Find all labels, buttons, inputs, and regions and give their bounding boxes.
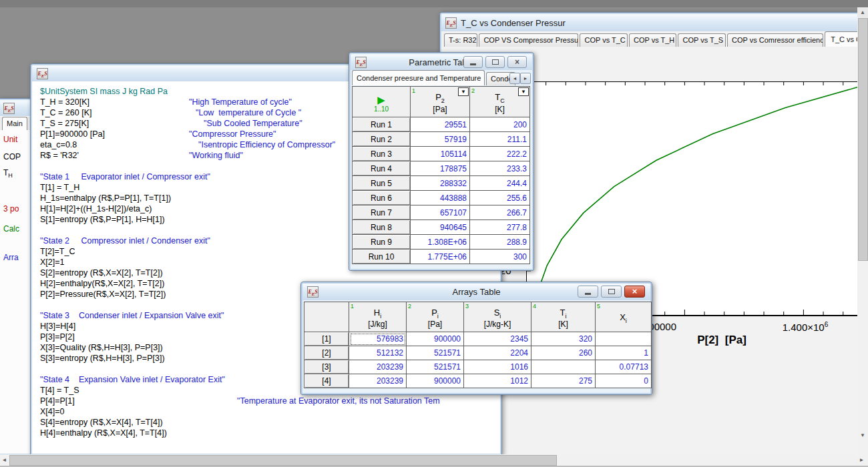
cell-value[interactable]: 277.8 xyxy=(470,220,530,235)
cell-value[interactable] xyxy=(531,360,596,374)
table-row: Run 91.308E+06288.9 xyxy=(353,235,530,250)
cell-value[interactable]: 443888 xyxy=(411,191,470,205)
run-column-header[interactable]: ▶1..10 xyxy=(353,87,411,117)
cell-value[interactable]: 203239 xyxy=(349,374,407,388)
restore-button[interactable] xyxy=(485,56,505,68)
cell-value[interactable]: 1016 xyxy=(464,360,531,374)
table-row: Run 6443888255.6 xyxy=(353,191,530,205)
cell-value[interactable]: 255.6 xyxy=(470,191,530,205)
cell-value[interactable]: 211.1 xyxy=(470,132,530,147)
cell-value[interactable]: 900000 xyxy=(407,332,464,346)
column-header[interactable]: 4Ti[K] xyxy=(531,302,596,332)
plot-tab[interactable]: COP vs Comressor efficiency xyxy=(727,33,823,47)
row-label[interactable]: Run 1 xyxy=(353,117,411,132)
solution-line: 3 po xyxy=(3,204,19,213)
column-header[interactable]: 3Si[J/kg-K] xyxy=(464,302,531,332)
restore-button[interactable] xyxy=(601,286,622,298)
cell-value[interactable]: 200 xyxy=(470,117,530,132)
horizontal-scrollbar[interactable]: ◄ ► xyxy=(0,454,868,466)
plot-titlebar[interactable]: EES T_C vs Condenser Pressur xyxy=(441,14,867,31)
cell-value[interactable]: 260 xyxy=(531,346,596,360)
cell-value[interactable]: 1 xyxy=(596,346,652,360)
tab-scroll-left-icon[interactable]: ◄ xyxy=(509,73,520,84)
plot-tab[interactable]: COP vs T_H xyxy=(629,33,676,47)
cell-value[interactable]: 233.3 xyxy=(470,161,530,176)
tab-parametric-1[interactable]: Condenser preesure and Temperature xyxy=(352,70,485,85)
plot-tab[interactable]: COP VS Compressor Pressur xyxy=(479,33,578,47)
cell-value[interactable]: 1.308E+06 xyxy=(411,235,470,250)
cell-value[interactable] xyxy=(596,332,652,346)
cell-value[interactable]: 2345 xyxy=(464,332,531,346)
cell-value[interactable]: 29551 xyxy=(411,117,470,132)
vertical-scrollbar[interactable]: ▲ ▼ xyxy=(857,7,868,454)
horizontal-scroll-thumb[interactable] xyxy=(9,455,557,466)
cell-value[interactable]: 288.9 xyxy=(470,235,530,250)
column-dropdown-icon[interactable]: ▼ xyxy=(518,87,529,96)
plot-tab[interactable]: COP vs T_C xyxy=(580,33,627,47)
cell-value[interactable]: 900000 xyxy=(407,374,464,388)
row-label[interactable]: [3] xyxy=(304,360,349,374)
cell-value[interactable]: 521571 xyxy=(407,360,464,374)
row-label[interactable]: Run 4 xyxy=(353,161,411,176)
column-header[interactable]: 2Pi[Pa] xyxy=(407,302,464,332)
column-header[interactable]: 1Hi[J/kg] xyxy=(349,302,407,332)
scroll-right-icon[interactable]: ► xyxy=(857,454,867,466)
cell-value[interactable]: 320 xyxy=(531,332,596,346)
close-button[interactable]: × xyxy=(507,56,527,68)
cell-value[interactable]: 178875 xyxy=(411,161,470,176)
cell-value[interactable]: 222.2 xyxy=(470,147,530,161)
table-row: Run 129551200 xyxy=(353,117,530,132)
plot-tab[interactable]: T-s: R32 xyxy=(444,33,477,47)
cell-value[interactable]: 576983 xyxy=(349,332,407,346)
column-dropdown-icon[interactable]: ▼ xyxy=(458,87,469,96)
cell-value[interactable]: 0 xyxy=(596,374,652,388)
cell-value[interactable]: 512132 xyxy=(349,346,407,360)
row-label[interactable]: [1] xyxy=(304,332,349,346)
tab-main[interactable]: Main xyxy=(2,117,27,130)
vertical-scroll-thumb[interactable] xyxy=(858,18,868,261)
row-label[interactable]: Run 3 xyxy=(353,147,411,161)
ees-application: { "icons": {"play":"▶","dropdown":"▼","m… xyxy=(0,0,868,467)
plot-tab[interactable]: COP vs T_S xyxy=(678,33,725,47)
row-label[interactable]: Run 9 xyxy=(353,235,411,250)
cell-value[interactable]: 1012 xyxy=(464,374,531,388)
column-header[interactable]: 1▼P2[Pa] xyxy=(411,87,470,117)
scroll-left-icon[interactable]: ◄ xyxy=(0,454,9,466)
arrays-grid: 1Hi[J/kg]2Pi[Pa]3Si[J/kg-K]4Ti[K]5Xi[1]5… xyxy=(304,302,652,388)
column-header[interactable]: 5Xi xyxy=(596,302,652,332)
row-label[interactable]: Run 8 xyxy=(353,220,411,235)
scroll-up-icon[interactable]: ▲ xyxy=(857,7,868,17)
row-label[interactable]: Run 10 xyxy=(353,250,411,264)
row-label[interactable]: Run 6 xyxy=(353,191,411,205)
row-label[interactable]: [2] xyxy=(304,346,349,360)
arrays-titlebar[interactable]: EES Arrays Table × xyxy=(302,284,650,300)
scroll-down-icon[interactable]: ▼ xyxy=(857,430,868,440)
cell-value[interactable]: 105114 xyxy=(411,147,470,161)
parametric-titlebar[interactable]: EES Parametric Table × xyxy=(351,54,532,70)
minimize-button[interactable] xyxy=(463,56,483,68)
solution-content[interactable]: UnitCOPTH3 poCalcArra xyxy=(0,130,30,454)
minimize-button[interactable] xyxy=(578,286,598,298)
cell-value[interactable]: 275 xyxy=(531,374,596,388)
cell-value[interactable]: 203239 xyxy=(349,360,407,374)
cell-value[interactable]: 288332 xyxy=(411,176,470,191)
cell-value[interactable]: 266.7 xyxy=(470,205,530,220)
cell-value[interactable]: 940645 xyxy=(411,220,470,235)
close-button[interactable]: × xyxy=(624,286,645,298)
run-play-icon[interactable]: ▶ xyxy=(355,95,407,105)
row-label[interactable]: Run 7 xyxy=(353,205,411,220)
cell-value[interactable]: 2204 xyxy=(464,346,531,360)
row-label[interactable]: Run 5 xyxy=(353,176,411,191)
cell-value[interactable]: 657107 xyxy=(411,205,470,220)
cell-value[interactable]: 0.07713 xyxy=(596,360,652,374)
cell-value[interactable]: 57919 xyxy=(411,132,470,147)
solution-titlebar[interactable]: EES xyxy=(0,100,30,116)
cell-value[interactable]: 521571 xyxy=(407,346,464,360)
cell-value[interactable]: 1.775E+06 xyxy=(411,250,470,264)
cell-value[interactable]: 244.4 xyxy=(470,176,530,191)
row-label[interactable]: [4] xyxy=(304,374,349,388)
column-header[interactable]: 2▼TC[K] xyxy=(470,87,530,117)
cell-value[interactable]: 300 xyxy=(470,250,530,264)
row-label[interactable]: Run 2 xyxy=(353,132,411,147)
tab-scroll-right-icon[interactable]: ► xyxy=(520,73,531,84)
